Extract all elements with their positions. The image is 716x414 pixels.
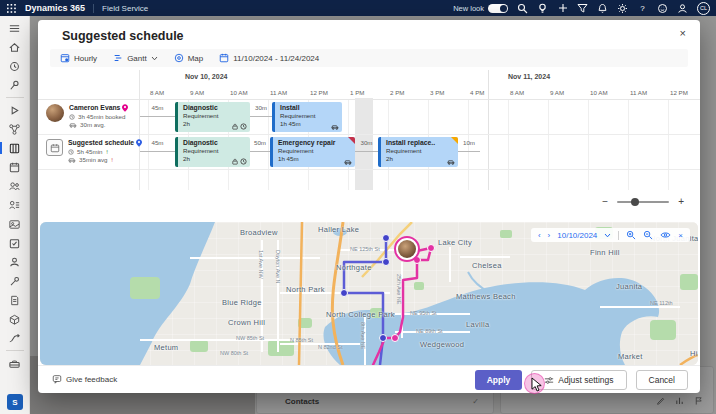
car-icon xyxy=(447,159,455,165)
lightbulb-icon[interactable] xyxy=(537,3,548,14)
clock-icon xyxy=(68,149,74,155)
travel-segment: 30m xyxy=(250,100,272,117)
schedule-board-icon-selected[interactable] xyxy=(4,141,26,155)
waffle-icon[interactable] xyxy=(6,3,17,14)
location-pin-icon xyxy=(122,104,128,112)
map-place-label: Haller Lake xyxy=(318,225,359,234)
map-place-label: Wedgewood xyxy=(420,340,464,349)
play-icon[interactable] xyxy=(4,103,26,117)
chevron-down-icon[interactable] xyxy=(604,233,611,238)
process-icon[interactable] xyxy=(4,122,26,136)
suggested-schedule-icon xyxy=(46,139,63,156)
car-icon xyxy=(344,159,352,165)
person-icon[interactable] xyxy=(4,255,26,269)
search-icon[interactable] xyxy=(517,3,528,14)
hourly-button[interactable]: Hourly xyxy=(60,53,97,63)
pinned-icon[interactable] xyxy=(4,78,26,92)
booking-emergency-repair[interactable]: Emergency repair Requirement 1h 45m xyxy=(270,137,355,167)
bell-icon[interactable] xyxy=(597,3,608,14)
zoom-in-button[interactable]: + xyxy=(678,196,684,207)
date-range-picker[interactable]: 11/10/2024 - 11/24/2024 xyxy=(219,53,319,63)
map-place-label: Market xyxy=(618,352,643,361)
document-icon[interactable] xyxy=(4,293,26,307)
clock-icon xyxy=(240,123,247,130)
travel-segment: 45m xyxy=(140,135,175,152)
cube-icon[interactable] xyxy=(4,312,26,326)
filter-icon[interactable] xyxy=(577,3,588,14)
mouse-cursor xyxy=(531,377,543,393)
home-icon[interactable] xyxy=(4,40,26,54)
new-look-toggle[interactable] xyxy=(488,4,508,13)
zoom-slider[interactable] xyxy=(617,201,669,203)
adjust-settings-button[interactable]: Adjust settings xyxy=(531,370,626,390)
gantt-view-button[interactable]: Gantt xyxy=(113,53,158,63)
wrench-icon[interactable] xyxy=(4,274,26,288)
alert-flag-red xyxy=(348,137,355,144)
map-place-label: Finn Hill xyxy=(590,248,620,257)
map-place-label: Matthews Beach xyxy=(456,292,516,301)
resource-row-cameron[interactable]: Cameron Evans 3h 45min booked 30m avg. xyxy=(38,100,139,135)
booking-diagnostic[interactable]: Diagnostic Requirement 2h xyxy=(175,137,250,167)
map-street-label: 1st Ave NW xyxy=(258,250,264,279)
map-date-picker[interactable]: 10/10/2024 xyxy=(557,231,597,240)
map-graphics xyxy=(40,222,698,365)
map-place-label: Chelsea xyxy=(472,261,502,270)
travel-segment: 50m xyxy=(250,135,270,152)
person-icon[interactable] xyxy=(677,3,688,14)
travel-segment: 10m xyxy=(458,135,480,152)
close-icon[interactable]: × xyxy=(680,27,686,39)
visibility-eye-icon[interactable] xyxy=(660,231,671,239)
toolbox-icon[interactable] xyxy=(4,356,26,370)
app-tile-s[interactable]: S xyxy=(7,394,23,410)
map-street-label: 8th Ave NE xyxy=(360,322,366,349)
recent-icon[interactable] xyxy=(4,59,26,73)
add-icon[interactable] xyxy=(557,3,568,14)
booking-diagnostic[interactable]: Diagnostic Requirement 2h xyxy=(175,102,250,132)
trend-up-green: ↑ xyxy=(105,148,108,157)
gantt-timeline[interactable]: Nov 10, 2024 Nov 11, 2024 8 AM 9 AM 10 A… xyxy=(140,70,700,190)
map-street-label: N 82nd St xyxy=(318,344,342,350)
zoom-slider-thumb[interactable] xyxy=(631,198,639,206)
give-feedback-button[interactable]: Give feedback xyxy=(52,374,117,384)
map-place-label: Crown Hill xyxy=(228,318,265,327)
booking-install[interactable]: Install Requirement 1h 45m xyxy=(272,102,342,132)
chevron-down-icon xyxy=(151,56,158,61)
time-axis: 8 AM 9 AM 10 AM 11 AM 12 PM 1 PM 2 PM 3 … xyxy=(140,86,700,100)
apply-button[interactable]: Apply xyxy=(475,370,523,390)
zoom-out-button[interactable]: − xyxy=(602,196,608,207)
booking-install-replace[interactable]: Install replace.. Requirement 2h xyxy=(378,137,458,167)
people-icon[interactable] xyxy=(4,179,26,193)
bookings-icon[interactable] xyxy=(4,236,26,250)
cancel-button[interactable]: Cancel xyxy=(636,370,688,390)
nav-divider xyxy=(6,97,24,98)
map-place-label: Juanita xyxy=(616,282,642,291)
smiley-icon[interactable] xyxy=(657,3,668,14)
map-view-button[interactable]: Map xyxy=(174,53,204,63)
cards-icon[interactable] xyxy=(4,217,26,231)
map-street-label: NE 125th St xyxy=(350,246,380,252)
nav-divider xyxy=(6,350,24,351)
map-place-label: Metum xyxy=(154,343,178,352)
map-place-label: Hi xyxy=(690,349,698,358)
gear-icon[interactable] xyxy=(617,3,628,14)
lock-icon xyxy=(232,158,238,165)
brand-label[interactable]: Dynamics 365 xyxy=(25,3,85,13)
routing-icon[interactable] xyxy=(4,331,26,345)
zoom-out-icon[interactable] xyxy=(643,230,653,240)
zoom-in-icon[interactable] xyxy=(626,230,636,240)
menu-icon[interactable] xyxy=(4,21,26,35)
calendar-icon[interactable] xyxy=(4,160,26,174)
date-header: Nov 11, 2024 xyxy=(508,73,550,80)
prev-day-button[interactable]: ‹ xyxy=(538,231,541,240)
resource-list-icon[interactable] xyxy=(4,198,26,212)
account-avatar[interactable]: CL xyxy=(697,2,710,15)
map-controls: ‹ › 10/10/2024 × xyxy=(531,228,690,242)
trend-up-red: ↑ xyxy=(111,156,114,165)
resource-row-suggested[interactable]: Suggested schedule 5h 45min↑ 35min avg↑ xyxy=(38,135,139,170)
map-canvas[interactable]: Broadview Haller Lake Lake City Finn Hil… xyxy=(40,222,698,365)
app-name-label[interactable]: Field Service xyxy=(102,4,148,13)
car-icon xyxy=(331,124,339,130)
next-day-button[interactable]: › xyxy=(548,231,551,240)
help-icon[interactable]: ? xyxy=(637,3,648,14)
map-close-icon[interactable]: × xyxy=(678,231,683,240)
